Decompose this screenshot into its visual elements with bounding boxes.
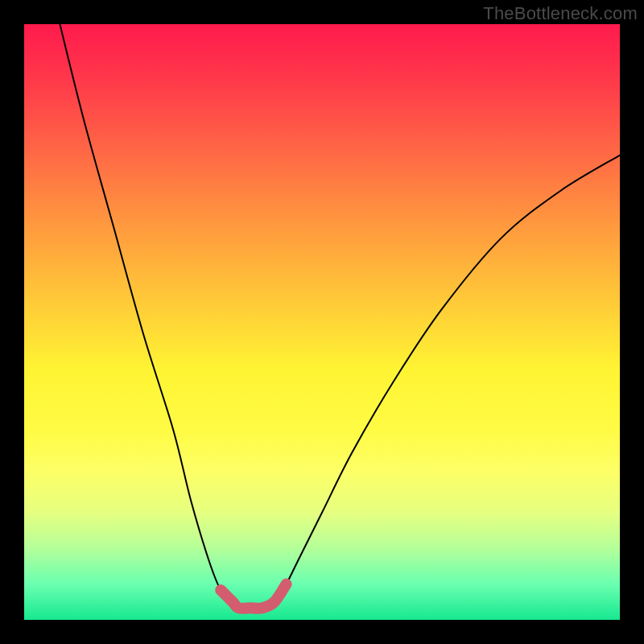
- plot-area: [24, 24, 620, 620]
- curve-svg: [24, 24, 620, 620]
- highlight-band-path: [221, 584, 286, 609]
- bottleneck-curve-path: [60, 24, 620, 609]
- watermark-text: TheBottleneck.com: [483, 3, 638, 24]
- chart-frame: TheBottleneck.com: [0, 0, 644, 644]
